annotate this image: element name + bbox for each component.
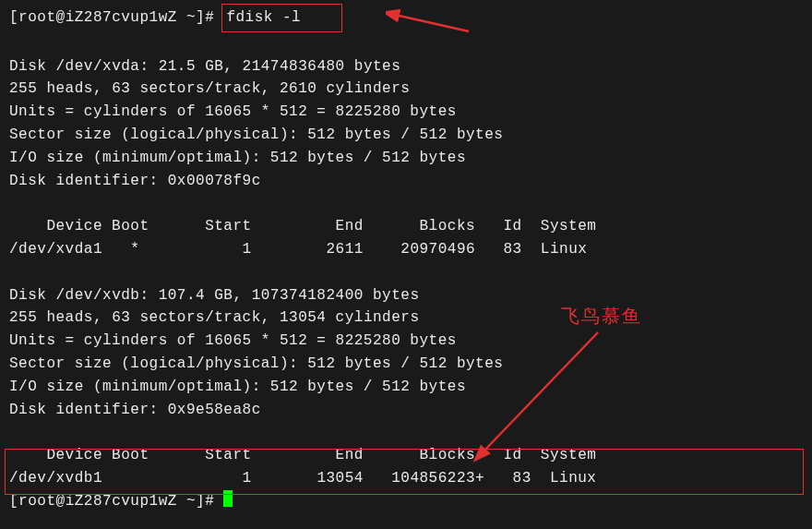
prompt-host: iZ287cvup1wZ (66, 9, 177, 26)
blank-line (9, 421, 803, 444)
disk1-units: Units = cylinders of 16065 * 512 = 82252… (9, 330, 803, 353)
blank-line (9, 261, 803, 284)
disk0-sector: Sector size (logical/physical): 512 byte… (9, 124, 803, 147)
prompt-symbol: # (205, 9, 214, 26)
disk1-ident: Disk identifier: 0x9e58ea8c (9, 399, 803, 422)
disk0-io: I/O size (minimum/optimal): 512 bytes / … (9, 147, 803, 170)
prompt-open: [ (9, 9, 18, 26)
blank-line (9, 32, 803, 55)
watermark-text: 飞鸟慕鱼 (561, 302, 642, 331)
blank-line (9, 192, 803, 215)
disk1-header: Disk /dev/xvdb: 107.4 GB, 107374182400 b… (9, 284, 803, 307)
prompt-path: ~ (186, 9, 196, 26)
disk1-io: I/O size (minimum/optimal): 512 bytes / … (9, 376, 803, 399)
disk0-table-header: Device Boot Start End Blocks Id System (9, 215, 803, 238)
disk1-sector: Sector size (logical/physical): 512 byte… (9, 353, 803, 376)
command-text: fdisk -l (226, 9, 301, 26)
disk1-geom: 255 heads, 63 sectors/track, 13054 cylin… (9, 307, 803, 330)
command-highlight-box: fdisk -l (221, 4, 342, 32)
disk0-geom: 255 heads, 63 sectors/track, 2610 cylind… (9, 78, 803, 101)
disk0-row0: /dev/xvda1 * 1 2611 20970496 83 Linux (9, 238, 803, 261)
disk0-units: Units = cylinders of 16065 * 512 = 82252… (9, 101, 803, 124)
disk0-header: Disk /dev/xvda: 21.5 GB, 21474836480 byt… (9, 55, 803, 78)
partition-highlight-box (5, 449, 804, 495)
prompt-line-1: [root@iZ287cvup1wZ ~]# fdisk -l (9, 4, 803, 32)
prompt-user: root (18, 9, 55, 26)
disk0-ident: Disk identifier: 0x00078f9c (9, 170, 803, 193)
